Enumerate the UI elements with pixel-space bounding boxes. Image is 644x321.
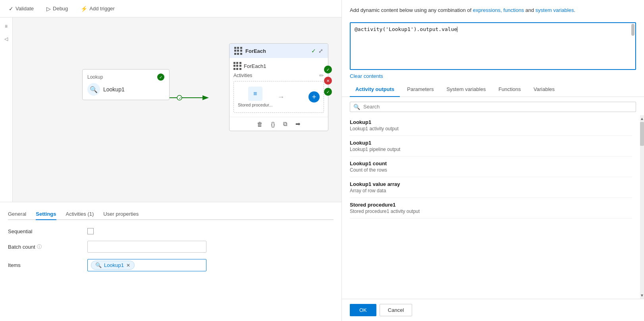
expressions-link[interactable]: expressions, bbox=[473, 7, 502, 13]
scroll-up-arrow[interactable]: ▲ bbox=[639, 115, 644, 122]
lookup-icon: 🔍 bbox=[87, 83, 100, 96]
foreach-expand-icon[interactable]: ⤢ bbox=[318, 48, 323, 54]
list-item[interactable]: Stored procedure1 Stored procedure1 acti… bbox=[350, 198, 632, 219]
toolbar: ✓ Validate ▷ Debug ⚡ Add trigger bbox=[0, 0, 341, 17]
bottom-tabs: General Settings Activities (1) User pro… bbox=[8, 209, 334, 220]
activity-arrow bbox=[277, 93, 304, 101]
chip-lookup-icon: 🔍 bbox=[95, 262, 102, 268]
sequential-checkbox[interactable] bbox=[87, 228, 94, 234]
activity-item-title: Lookup1 bbox=[350, 140, 632, 146]
stored-proc-node[interactable]: ≡ Stored procedur... bbox=[238, 87, 272, 107]
batch-count-input[interactable] bbox=[87, 241, 206, 253]
search-icon: 🔍 bbox=[353, 104, 360, 110]
play-icon: ▷ bbox=[46, 6, 51, 12]
sidebar-collapse-icon[interactable]: ◁ bbox=[1, 33, 12, 44]
activities-label: Activities bbox=[233, 73, 252, 78]
functions-link[interactable]: functions bbox=[503, 7, 524, 13]
status-x-icon: ✕ bbox=[324, 77, 332, 85]
items-chip[interactable]: 🔍 Lookup1 ✕ bbox=[91, 261, 135, 270]
foreach-header: ForEach ✓ ⤢ bbox=[229, 44, 328, 58]
add-activity-button[interactable]: + bbox=[309, 91, 320, 102]
tab-activity-outputs[interactable]: Activity outputs bbox=[350, 82, 400, 97]
items-input-wrap[interactable]: 🔍 Lookup1 ✕ bbox=[87, 259, 206, 271]
search-input[interactable] bbox=[363, 104, 632, 110]
tab-general[interactable]: General bbox=[8, 209, 26, 220]
right-panel: Add dynamic content below using any comb… bbox=[341, 0, 644, 321]
activity-item-title: Lookup1 bbox=[350, 119, 632, 125]
bottom-panel: General Settings Activities (1) User pro… bbox=[0, 202, 341, 321]
chip-label: Lookup1 bbox=[104, 262, 124, 268]
cancel-button[interactable]: Cancel bbox=[380, 304, 412, 316]
batch-count-info-icon[interactable]: ⓘ bbox=[37, 244, 42, 250]
lookup-node-body: 🔍 Lookup1 bbox=[87, 83, 164, 96]
search-wrap: 🔍 bbox=[342, 97, 644, 115]
editor-scrollbar-thumb[interactable] bbox=[631, 24, 634, 36]
tab-parameters[interactable]: Parameters bbox=[401, 82, 439, 97]
list-item[interactable]: Lookup1 value array Array of row data bbox=[350, 177, 632, 198]
settings-grid: Sequential Batch count ⓘ Items 🔍 bbox=[8, 228, 334, 271]
scroll-down-arrow[interactable]: ▼ bbox=[639, 292, 644, 299]
validate-label: Validate bbox=[15, 6, 34, 12]
tab-activities[interactable]: Activities (1) bbox=[66, 209, 94, 220]
foreach-header-icons: ✓ ⤢ bbox=[311, 48, 323, 54]
action-buttons: OK Cancel bbox=[342, 299, 644, 321]
system-variables-link[interactable]: system variables bbox=[536, 7, 574, 13]
lookup-node-label: Lookup1 bbox=[103, 86, 125, 93]
sidebar-menu-icon[interactable]: ≡ bbox=[1, 21, 12, 32]
activity-list: Lookup1 Lookup1 activity output Lookup1 … bbox=[342, 115, 640, 299]
expression-value: @activity('Lookup1').output.value bbox=[355, 26, 457, 32]
list-item[interactable]: Lookup1 Lookup1 pipeline output bbox=[350, 136, 632, 157]
activities-area: ≡ Stored procedur... + bbox=[233, 81, 324, 113]
ok-button[interactable]: OK bbox=[350, 304, 376, 316]
lookup-node-header: Lookup ✓ bbox=[87, 73, 164, 81]
checkmark-icon: ✓ bbox=[9, 6, 13, 12]
activity-item-desc: Lookup1 activity output bbox=[350, 126, 632, 131]
code-foreach-button[interactable]: {} bbox=[269, 120, 276, 128]
activity-item-title: Lookup1 count bbox=[350, 160, 632, 166]
add-trigger-button[interactable]: ⚡ Add trigger bbox=[78, 4, 117, 14]
foreach-grid-icon bbox=[234, 47, 242, 55]
stored-proc-icon: ≡ bbox=[248, 87, 262, 101]
items-label: Items bbox=[8, 262, 79, 268]
debug-label: Debug bbox=[53, 6, 68, 12]
activity-item-desc: Array of row data bbox=[350, 188, 632, 193]
list-item[interactable]: Lookup1 Lookup1 activity output bbox=[350, 115, 632, 136]
add-trigger-label: Add trigger bbox=[89, 6, 115, 12]
clear-contents-button[interactable]: Clear contents bbox=[342, 70, 644, 82]
copy-foreach-button[interactable]: ⧉ bbox=[282, 120, 289, 128]
activity-item-desc: Lookup1 pipeline output bbox=[350, 147, 632, 152]
validate-button[interactable]: ✓ Validate bbox=[6, 4, 36, 14]
tab-functions[interactable]: Functions bbox=[493, 82, 526, 97]
batch-count-input-wrap bbox=[87, 241, 334, 253]
tab-settings[interactable]: Settings bbox=[36, 209, 56, 220]
tab-user-properties[interactable]: User properties bbox=[103, 209, 139, 220]
trigger-icon: ⚡ bbox=[81, 6, 87, 12]
foreach-toolbar: 🗑 {} ⧉ ➡ bbox=[229, 117, 328, 131]
tab-variables[interactable]: Variables bbox=[528, 82, 560, 97]
foreach-row-icon bbox=[233, 62, 241, 70]
stored-proc-label: Stored procedur... bbox=[238, 102, 272, 107]
batch-count-label: Batch count ⓘ bbox=[8, 244, 79, 250]
delete-foreach-button[interactable]: 🗑 bbox=[255, 120, 264, 128]
right-scrollbar[interactable]: ▲ ▼ bbox=[640, 115, 644, 299]
chip-close-button[interactable]: ✕ bbox=[126, 263, 130, 268]
svg-point-1 bbox=[177, 95, 182, 100]
foreach-node[interactable]: ForEach ✓ ⤢ ForEach1 bbox=[229, 43, 328, 131]
status-ok-icon: ✓ bbox=[324, 66, 332, 73]
sequential-label: Sequential bbox=[8, 228, 79, 234]
scrollbar-thumb[interactable] bbox=[640, 122, 644, 146]
activity-item-desc: Stored procedure1 activity output bbox=[350, 209, 632, 214]
activities-edit-icon[interactable]: ✏ bbox=[319, 72, 324, 79]
svg-text:✓: ✓ bbox=[179, 96, 182, 100]
tab-system-variables[interactable]: System variables bbox=[441, 82, 491, 97]
activity-item-desc: Count of the rows bbox=[350, 167, 632, 173]
lookup-node[interactable]: Lookup ✓ 🔍 Lookup1 bbox=[82, 69, 170, 100]
search-input-wrap: 🔍 bbox=[350, 102, 636, 112]
expression-editor[interactable]: @activity('Lookup1').output.value bbox=[350, 22, 636, 70]
foreach-check-icon: ✓ bbox=[311, 48, 316, 54]
list-item[interactable]: Lookup1 count Count of the rows bbox=[350, 157, 632, 177]
navigate-foreach-button[interactable]: ➡ bbox=[294, 120, 302, 128]
activity-item-title: Stored procedure1 bbox=[350, 202, 632, 208]
description-text: Add dynamic content below using any comb… bbox=[350, 6, 636, 14]
debug-button[interactable]: ▷ Debug bbox=[44, 4, 70, 14]
